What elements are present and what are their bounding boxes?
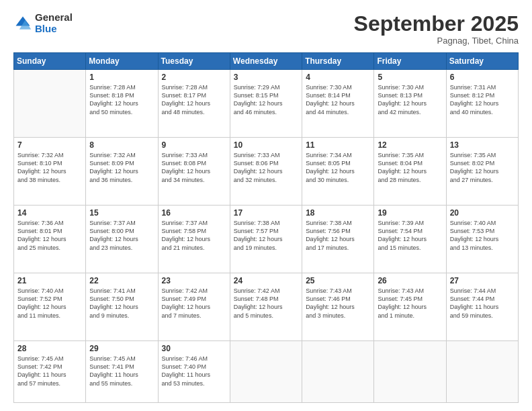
calendar-day-header: Wednesday	[230, 53, 302, 70]
day-number: 21	[17, 276, 82, 285]
day-number: 13	[450, 140, 515, 150]
calendar-cell: 12Sunrise: 7:35 AM Sunset: 8:04 PM Dayli…	[374, 138, 446, 205]
day-number: 2	[162, 73, 226, 82]
day-info: Sunrise: 7:30 AM Sunset: 8:13 PM Dayligh…	[378, 83, 442, 116]
calendar-day-header: Monday	[86, 53, 158, 70]
calendar-cell	[302, 341, 374, 403]
day-number: 28	[17, 344, 82, 353]
day-info: Sunrise: 7:40 AM Sunset: 7:52 PM Dayligh…	[17, 287, 82, 320]
day-info: Sunrise: 7:32 AM Sunset: 8:09 PM Dayligh…	[89, 151, 154, 184]
day-info: Sunrise: 7:37 AM Sunset: 8:00 PM Dayligh…	[89, 219, 154, 252]
day-info: Sunrise: 7:38 AM Sunset: 7:56 PM Dayligh…	[306, 219, 370, 252]
day-info: Sunrise: 7:28 AM Sunset: 8:18 PM Dayligh…	[89, 83, 154, 116]
calendar-cell: 19Sunrise: 7:39 AM Sunset: 7:54 PM Dayli…	[374, 205, 446, 273]
day-info: Sunrise: 7:46 AM Sunset: 7:40 PM Dayligh…	[162, 355, 226, 387]
calendar-cell: 30Sunrise: 7:46 AM Sunset: 7:40 PM Dayli…	[158, 341, 230, 403]
calendar-cell: 10Sunrise: 7:33 AM Sunset: 8:06 PM Dayli…	[230, 138, 302, 205]
calendar-cell: 24Sunrise: 7:42 AM Sunset: 7:48 PM Dayli…	[230, 273, 302, 341]
calendar-cell: 16Sunrise: 7:37 AM Sunset: 7:58 PM Dayli…	[158, 205, 230, 273]
day-number: 25	[306, 276, 370, 285]
day-number: 7	[17, 140, 82, 150]
calendar-cell: 11Sunrise: 7:34 AM Sunset: 8:05 PM Dayli…	[302, 138, 374, 205]
calendar-cell: 27Sunrise: 7:44 AM Sunset: 7:44 PM Dayli…	[446, 273, 518, 341]
title-block: September 2025 Pagnag, Tibet, China	[354, 12, 519, 46]
day-number: 14	[17, 208, 82, 218]
calendar-cell	[14, 70, 86, 138]
day-number: 10	[234, 140, 298, 150]
day-number: 6	[450, 73, 515, 82]
calendar-cell: 20Sunrise: 7:40 AM Sunset: 7:53 PM Dayli…	[446, 205, 518, 273]
calendar-cell: 3Sunrise: 7:29 AM Sunset: 8:15 PM Daylig…	[230, 70, 302, 138]
day-number: 15	[89, 208, 154, 218]
month-title: September 2025	[354, 12, 519, 36]
day-info: Sunrise: 7:45 AM Sunset: 7:42 PM Dayligh…	[17, 355, 82, 387]
calendar-day-header: Saturday	[446, 53, 518, 70]
day-number: 8	[89, 140, 154, 150]
calendar-cell: 15Sunrise: 7:37 AM Sunset: 8:00 PM Dayli…	[86, 205, 158, 273]
day-info: Sunrise: 7:36 AM Sunset: 8:01 PM Dayligh…	[17, 219, 82, 252]
calendar-cell: 9Sunrise: 7:33 AM Sunset: 8:08 PM Daylig…	[158, 138, 230, 205]
day-info: Sunrise: 7:39 AM Sunset: 7:54 PM Dayligh…	[378, 219, 442, 252]
day-info: Sunrise: 7:29 AM Sunset: 8:15 PM Dayligh…	[234, 83, 298, 116]
day-info: Sunrise: 7:38 AM Sunset: 7:57 PM Dayligh…	[234, 219, 298, 252]
calendar-cell: 4Sunrise: 7:30 AM Sunset: 8:14 PM Daylig…	[302, 70, 374, 138]
day-number: 26	[378, 276, 442, 285]
calendar-cell: 22Sunrise: 7:41 AM Sunset: 7:50 PM Dayli…	[86, 273, 158, 341]
day-number: 23	[162, 276, 226, 285]
calendar-week-row: 1Sunrise: 7:28 AM Sunset: 8:18 PM Daylig…	[14, 70, 519, 138]
logo-general: General	[35, 12, 73, 24]
calendar-cell: 17Sunrise: 7:38 AM Sunset: 7:57 PM Dayli…	[230, 205, 302, 273]
day-info: Sunrise: 7:30 AM Sunset: 8:14 PM Dayligh…	[306, 83, 370, 116]
day-number: 19	[378, 208, 442, 218]
calendar-cell	[446, 341, 518, 403]
calendar-cell: 14Sunrise: 7:36 AM Sunset: 8:01 PM Dayli…	[14, 205, 86, 273]
day-number: 22	[89, 276, 154, 285]
day-info: Sunrise: 7:33 AM Sunset: 8:08 PM Dayligh…	[162, 151, 226, 184]
day-number: 16	[162, 208, 226, 218]
day-info: Sunrise: 7:45 AM Sunset: 7:41 PM Dayligh…	[89, 355, 154, 387]
calendar-cell: 7Sunrise: 7:32 AM Sunset: 8:10 PM Daylig…	[14, 138, 86, 205]
day-number: 3	[234, 73, 298, 82]
calendar-week-row: 28Sunrise: 7:45 AM Sunset: 7:42 PM Dayli…	[14, 341, 519, 403]
calendar-day-header: Thursday	[302, 53, 374, 70]
day-info: Sunrise: 7:44 AM Sunset: 7:44 PM Dayligh…	[450, 287, 515, 320]
calendar-cell: 13Sunrise: 7:35 AM Sunset: 8:02 PM Dayli…	[446, 138, 518, 205]
calendar-day-header: Sunday	[14, 53, 86, 70]
calendar-week-row: 14Sunrise: 7:36 AM Sunset: 8:01 PM Dayli…	[14, 205, 519, 273]
day-info: Sunrise: 7:32 AM Sunset: 8:10 PM Dayligh…	[17, 151, 82, 184]
calendar-cell: 23Sunrise: 7:42 AM Sunset: 7:49 PM Dayli…	[158, 273, 230, 341]
calendar-cell: 5Sunrise: 7:30 AM Sunset: 8:13 PM Daylig…	[374, 70, 446, 138]
day-info: Sunrise: 7:41 AM Sunset: 7:50 PM Dayligh…	[89, 287, 154, 320]
calendar-cell: 6Sunrise: 7:31 AM Sunset: 8:12 PM Daylig…	[446, 70, 518, 138]
day-number: 27	[450, 276, 515, 285]
calendar-cell: 21Sunrise: 7:40 AM Sunset: 7:52 PM Dayli…	[14, 273, 86, 341]
subtitle: Pagnag, Tibet, China	[354, 36, 519, 46]
calendar-week-row: 21Sunrise: 7:40 AM Sunset: 7:52 PM Dayli…	[14, 273, 519, 341]
day-number: 29	[89, 344, 154, 353]
calendar-cell: 25Sunrise: 7:43 AM Sunset: 7:46 PM Dayli…	[302, 273, 374, 341]
calendar-cell: 29Sunrise: 7:45 AM Sunset: 7:41 PM Dayli…	[86, 341, 158, 403]
day-info: Sunrise: 7:35 AM Sunset: 8:02 PM Dayligh…	[450, 151, 515, 184]
day-info: Sunrise: 7:42 AM Sunset: 7:48 PM Dayligh…	[234, 287, 298, 320]
logo-text: General Blue	[35, 12, 73, 34]
day-number: 4	[306, 73, 370, 82]
day-number: 11	[306, 140, 370, 150]
calendar-day-header: Tuesday	[158, 53, 230, 70]
header: General Blue September 2025 Pagnag, Tibe…	[13, 12, 519, 46]
day-number: 30	[162, 344, 226, 353]
day-number: 17	[234, 208, 298, 218]
day-info: Sunrise: 7:34 AM Sunset: 8:05 PM Dayligh…	[306, 151, 370, 184]
page: General Blue September 2025 Pagnag, Tibe…	[0, 0, 532, 411]
calendar-header-row: SundayMondayTuesdayWednesdayThursdayFrid…	[14, 53, 519, 70]
calendar-cell: 26Sunrise: 7:43 AM Sunset: 7:45 PM Dayli…	[374, 273, 446, 341]
day-info: Sunrise: 7:43 AM Sunset: 7:45 PM Dayligh…	[378, 287, 442, 320]
calendar-cell: 18Sunrise: 7:38 AM Sunset: 7:56 PM Dayli…	[302, 205, 374, 273]
calendar-week-row: 7Sunrise: 7:32 AM Sunset: 8:10 PM Daylig…	[14, 138, 519, 205]
day-number: 5	[378, 73, 442, 82]
calendar-cell: 8Sunrise: 7:32 AM Sunset: 8:09 PM Daylig…	[86, 138, 158, 205]
day-info: Sunrise: 7:43 AM Sunset: 7:46 PM Dayligh…	[306, 287, 370, 320]
day-number: 1	[89, 73, 154, 82]
calendar-table: SundayMondayTuesdayWednesdayThursdayFrid…	[13, 52, 519, 403]
calendar-cell: 1Sunrise: 7:28 AM Sunset: 8:18 PM Daylig…	[86, 70, 158, 138]
calendar-cell: 2Sunrise: 7:28 AM Sunset: 8:17 PM Daylig…	[158, 70, 230, 138]
